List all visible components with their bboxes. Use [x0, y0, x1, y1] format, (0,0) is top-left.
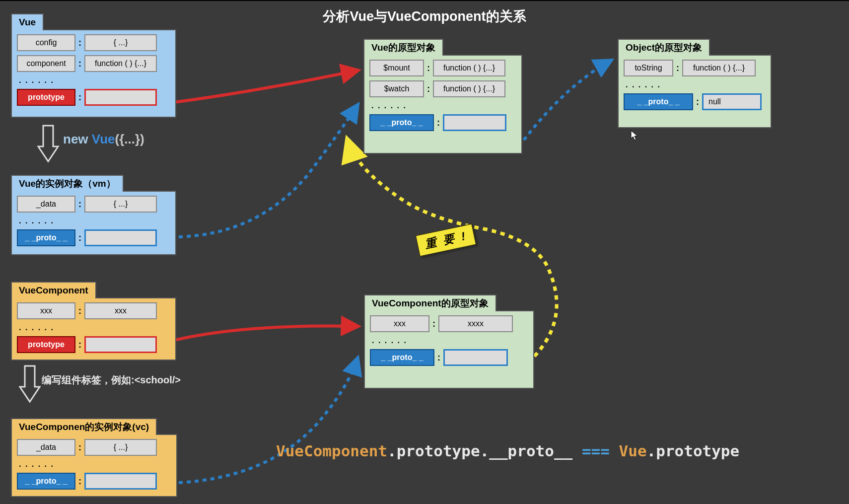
cursor-icon	[631, 130, 638, 141]
vc-proto-key: _ _proto_ _	[17, 473, 75, 490]
vuecomp-prototype-val	[84, 336, 157, 353]
vue-component-key: component	[17, 55, 75, 72]
vc-proto-tab: VueComponent的原型对象	[364, 294, 496, 311]
objproto-proto-val: null	[702, 93, 762, 110]
vcproto-xxx-key: xxx	[370, 315, 429, 332]
vueproto-proto-val	[443, 114, 506, 131]
vcproto-proto-key: _ _proto_ _	[370, 349, 434, 366]
vue-prototype-val	[84, 89, 157, 106]
vuecomp-dots: . . . . . .	[19, 323, 168, 332]
vcproto-dots: . . . . . .	[372, 336, 526, 345]
objproto-dots: . . . . . .	[626, 80, 764, 89]
objproto-tostring-key: toString	[624, 60, 673, 76]
vue-config-val: { ...}	[84, 34, 157, 51]
code-equation: VueComponent.prototype.__proto__ === Vue…	[276, 442, 739, 460]
vue-prototype-key: prototype	[17, 89, 75, 106]
vuecomp-xxx-key: xxx	[17, 302, 75, 319]
object-proto-box: Object的原型对象 toString : function ( ) {...…	[618, 55, 772, 128]
vm-dots: . . . . . .	[19, 216, 168, 225]
vc-data-key: _data	[17, 439, 75, 456]
vueproto-mount-val: function ( ) {...}	[433, 60, 505, 76]
object-proto-tab: Object的原型对象	[618, 39, 710, 56]
vcproto-xxx-val: xxxx	[438, 315, 513, 332]
vue-proto-tab: Vue的原型对象	[363, 39, 443, 56]
vue-component-val: function ( ) {...}	[84, 55, 157, 72]
vc-tab: VueComponen的实例对象(vc)	[11, 418, 157, 435]
vuecomp-xxx-val: xxx	[84, 302, 157, 319]
down-arrow-icon-1	[37, 124, 62, 164]
vm-tab: Vue的实例对象（vm）	[11, 175, 124, 192]
objproto-proto-key: _ _proto_ _	[624, 93, 693, 110]
vc-proto-val	[84, 473, 157, 490]
vueproto-dots: . . . . . .	[371, 101, 514, 110]
vm-data-key: _data	[17, 196, 75, 213]
important-badge: 重 要 !	[416, 223, 477, 256]
vueproto-watch-key: $watch	[369, 80, 424, 97]
vue-box: Vue config : { ...} component : function…	[11, 29, 176, 118]
vc-box: VueComponen的实例对象(vc) _data : { ...} . . …	[11, 434, 177, 497]
vm-proto-val	[84, 229, 157, 246]
component-tag-label: 编写组件标签，例如:<school/>	[42, 373, 181, 387]
objproto-tostring-val: function ( ) {...}	[682, 60, 756, 76]
vuecomponent-box: VueComponent xxx : xxx . . . . . . proto…	[11, 297, 176, 360]
vueproto-proto-key: _ _proto_ _	[369, 114, 434, 131]
vm-box: Vue的实例对象（vm） _data : { ...} . . . . . . …	[11, 191, 176, 255]
vm-proto-key: _ _proto_ _	[17, 229, 75, 246]
vc-proto-box: VueComponent的原型对象 xxx : xxxx . . . . . .…	[364, 310, 534, 389]
new-vue-label: new Vue({...})	[63, 132, 144, 147]
vc-data-val: { ...}	[84, 439, 157, 456]
vuecomp-prototype-key: prototype	[17, 336, 75, 353]
vue-tab: Vue	[11, 13, 44, 30]
vue-dots: . . . . . .	[19, 76, 168, 85]
vue-proto-box: Vue的原型对象 $mount : function ( ) {...} $wa…	[363, 55, 522, 154]
vc-dots: . . . . . .	[19, 460, 169, 469]
vueproto-mount-key: $mount	[369, 60, 424, 76]
vue-config-key: config	[17, 34, 75, 51]
vm-data-val: { ...}	[84, 196, 157, 213]
down-arrow-icon-2	[19, 364, 44, 404]
vueproto-watch-val: function ( ) {...}	[433, 80, 505, 97]
vcproto-proto-val	[443, 349, 508, 366]
diagram-title: 分析Vue与VueComponent的关系	[323, 7, 526, 25]
vuecomponent-tab: VueComponent	[11, 282, 96, 298]
